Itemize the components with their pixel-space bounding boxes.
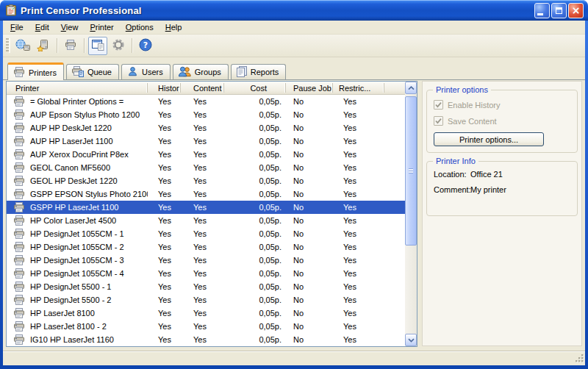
tab-groups[interactable]: Groups	[173, 64, 229, 79]
printer-icon	[13, 67, 25, 79]
printer-icon	[13, 229, 25, 239]
menu-item-edit[interactable]: Edit	[29, 21, 55, 34]
column-header-restrictions[interactable]: Restric...	[333, 82, 384, 94]
history-cell: Yes	[148, 295, 181, 304]
table-row[interactable]: HP DesignJet 1055CM - 4YesYes0,05p.NoYes	[7, 267, 405, 280]
table-row[interactable]: HP DesignJet 5500 - 1YesYes0,05p.NoYes	[7, 280, 405, 293]
printer-name-cell: GSPP EPSON Stylus Photo 2100	[7, 189, 148, 199]
table-row[interactable]: AUP Xerox DocuPrint P8exYesYes0,05p.NoYe…	[7, 148, 405, 161]
column-header-cost[interactable]: Cost	[224, 82, 286, 94]
table-row[interactable]: HP LaserJet 8100YesYes0,05p.NoYes	[7, 307, 405, 320]
scroll-up-button[interactable]	[405, 82, 417, 94]
history-cell: Yes	[148, 190, 181, 198]
tab-printers[interactable]: Printers	[7, 62, 64, 80]
tab-reports[interactable]: Reports	[231, 64, 287, 79]
minimize-button[interactable]	[534, 3, 550, 18]
restrictions-cell: Yes	[333, 110, 384, 119]
tab-queue[interactable]: Queue	[66, 64, 119, 79]
history-cell: Yes	[148, 269, 181, 278]
table-row[interactable]: GSPP HP LaserJet 1100YesYes0,05p.NoYes	[7, 201, 405, 214]
printer-name-cell: HP DesignJet 5500 - 2	[7, 295, 148, 305]
save-content-checkbox[interactable]: Save Content	[434, 116, 497, 126]
settings-button[interactable]	[109, 37, 128, 55]
computer-alert-button[interactable]	[34, 37, 53, 55]
pause-jobs-cell: No	[286, 256, 333, 265]
table-row[interactable]: HP Color LaserJet 4500YesYes0,05p.NoYes	[7, 214, 405, 227]
printer-name-cell: HP LaserJet 8100 - 2	[7, 321, 148, 332]
column-header-pause-jobs[interactable]: Pause Jobs	[286, 82, 333, 94]
content-cell: Yes	[181, 123, 224, 132]
menu-item-file[interactable]: File	[4, 21, 29, 34]
content-cell: Yes	[181, 243, 224, 251]
menu-item-view[interactable]: View	[55, 21, 85, 34]
content-cell: Yes	[181, 256, 224, 265]
cost-cell: 0,05p.	[224, 110, 286, 119]
menu-item-help[interactable]: Help	[159, 21, 188, 34]
printers-table: Printer History Content Cost Pause Jobs …	[6, 81, 417, 347]
printer-icon	[13, 162, 25, 173]
column-header-content[interactable]: Content	[181, 82, 224, 94]
pause-jobs-cell: No	[286, 190, 333, 198]
toolbar: ?	[3, 35, 585, 57]
toolbar-grip[interactable]	[6, 38, 9, 53]
printer-name: HP LaserJet 8100	[30, 309, 95, 318]
table-row[interactable]: GEOL Canon MF5600YesYes0,05p.NoYes	[7, 161, 405, 174]
table-row[interactable]: AUP HP DeskJet 1220YesYes0,05p.NoYes	[7, 121, 405, 135]
group-icon	[179, 66, 191, 79]
menu-item-printer[interactable]: Printer	[84, 21, 119, 34]
table-row[interactable]: AUP Epson Stylus Photo 1200YesYes0,05p.N…	[7, 108, 405, 121]
enable-history-checkbox[interactable]: Enable History	[434, 100, 501, 110]
restrictions-cell: Yes	[333, 216, 384, 225]
vertical-scrollbar[interactable]	[405, 82, 417, 346]
scrollbar-thumb[interactable]	[405, 96, 417, 246]
printer-name-cell: HP DesignJet 5500 - 1	[7, 282, 148, 292]
printer-options-button[interactable]: Printer options...	[434, 132, 544, 146]
table-row[interactable]: = Global Printer Options =YesYes0,05p.No…	[7, 95, 405, 108]
menu-item-options[interactable]: Options	[120, 21, 159, 34]
pause-jobs-cell: No	[286, 335, 333, 344]
printer-name-cell: HP DesignJet 1055CM - 1	[7, 229, 148, 239]
maximize-button[interactable]	[551, 3, 567, 18]
scroll-down-button[interactable]	[405, 334, 417, 346]
printer-icon	[13, 268, 25, 279]
tab-users[interactable]: Users	[121, 64, 171, 79]
restrictions-cell: Yes	[333, 295, 384, 304]
report-icon	[237, 66, 247, 79]
table-row[interactable]: HP DesignJet 5500 - 2YesYes0,05p.NoYes	[7, 293, 405, 307]
pause-jobs-cell: No	[286, 295, 333, 304]
table-row[interactable]: HP DesignJet 1055CM - 1YesYes0,05p.NoYes	[7, 227, 405, 240]
table-header: Printer History Content Cost Pause Jobs …	[7, 82, 405, 95]
printer-name: HP DesignJet 5500 - 1	[30, 282, 111, 291]
history-cell: Yes	[148, 163, 181, 172]
table-row[interactable]: IG10 HP LaserJet 1160YesYes0,05p.NoYes	[7, 333, 405, 346]
help-button[interactable]: ?	[136, 37, 155, 55]
toggle-details-panel-button[interactable]	[88, 37, 107, 55]
column-header-printer[interactable]: Printer	[7, 82, 148, 94]
pause-jobs-cell: No	[286, 163, 333, 172]
pause-jobs-cell: No	[286, 137, 333, 146]
printer-icon	[13, 242, 25, 252]
restrictions-cell: Yes	[333, 229, 384, 238]
table-row[interactable]: AUP HP LaserJet 1100YesYes0,05p.NoYes	[7, 135, 405, 148]
printer-name: AUP HP DeskJet 1220	[30, 123, 112, 132]
table-row[interactable]: GEOL HP DeskJet 1220YesYes0,05p.NoYes	[7, 174, 405, 187]
table-row[interactable]: GSPP EPSON Stylus Photo 2100YesYes0,05p.…	[7, 187, 405, 201]
svg-text:?: ?	[143, 40, 148, 50]
pause-jobs-cell: No	[286, 269, 333, 278]
print-button[interactable]	[61, 37, 80, 55]
cost-cell: 0,05p.	[224, 295, 286, 304]
resize-grip[interactable]	[574, 353, 584, 365]
app-window: Print Censor Professional × FileEditView…	[0, 0, 588, 369]
computer-alert-icon	[37, 39, 51, 53]
table-row[interactable]: HP DesignJet 1055CM - 2YesYes0,05p.NoYes	[7, 240, 405, 254]
table-row[interactable]: HP LaserJet 8100 - 2YesYes0,05p.NoYes	[7, 320, 405, 333]
close-button[interactable]: ×	[568, 3, 584, 18]
pause-jobs-cell: No	[286, 123, 333, 132]
printer-name-cell: AUP HP DeskJet 1220	[7, 123, 148, 133]
column-header-history[interactable]: History	[148, 82, 181, 94]
table-row[interactable]: HP DesignJet 1055CM - 3YesYes0,05p.NoYes	[7, 254, 405, 267]
network-computers-button[interactable]	[13, 37, 32, 55]
comment-value: My printer	[470, 185, 506, 194]
printer-options-group-title: Printer options	[433, 85, 491, 94]
content-cell: Yes	[181, 97, 224, 106]
